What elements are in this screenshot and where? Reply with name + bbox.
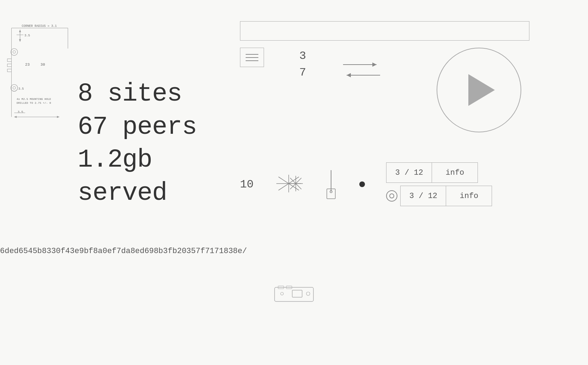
search-bar[interactable]: [240, 21, 529, 41]
number-3: 3: [299, 49, 306, 62]
svg-point-20: [13, 86, 16, 89]
number-10: 10: [240, 178, 253, 191]
svg-point-18: [13, 50, 16, 53]
svg-text:4x M2.5 MOUNTING HOLE: 4x M2.5 MOUNTING HOLE: [17, 98, 51, 101]
device-icon: [273, 284, 315, 307]
status-dot: [359, 181, 365, 187]
svg-point-19: [11, 84, 18, 91]
bottom-controls: 10 3 / 12 info: [240, 162, 492, 206]
svg-point-46: [306, 292, 310, 295]
menu-line-2: [246, 57, 258, 58]
fraction-display-2: 3 / 12: [400, 186, 446, 206]
svg-marker-26: [57, 116, 59, 118]
svg-marker-25: [14, 116, 17, 118]
svg-text:30: 30: [41, 62, 45, 67]
fraction-display-1: 3 / 12: [386, 162, 432, 183]
sites-stat: 8 sites: [78, 78, 254, 111]
arrows-svg: [341, 58, 384, 83]
svg-marker-30: [347, 73, 351, 77]
menu-button[interactable]: [240, 48, 264, 67]
svg-text:3.5: 3.5: [24, 34, 30, 37]
served-stat: 1.2gb served: [78, 144, 254, 210]
info-button-1[interactable]: info: [432, 162, 478, 183]
svg-marker-28: [372, 62, 377, 67]
info-row-2: 3 / 12 info: [386, 186, 492, 206]
svg-point-17: [11, 49, 18, 55]
play-button[interactable]: [437, 48, 521, 132]
menu-line-1: [246, 54, 258, 55]
info-rows: 3 / 12 info 3 / 12 info: [386, 162, 492, 206]
arrows-area: [341, 58, 384, 83]
svg-marker-9: [19, 39, 21, 42]
svg-rect-22: [7, 64, 12, 67]
svg-text:DRILLED TO 2.75 +/- 0: DRILLED TO 2.75 +/- 0: [17, 102, 51, 104]
numbers-column: 3 7: [299, 49, 306, 79]
svg-marker-8: [19, 30, 21, 32]
svg-text:3.5: 3.5: [18, 110, 23, 114]
svg-rect-23: [7, 69, 12, 72]
svg-text:23: 23: [25, 62, 30, 67]
radio-button[interactable]: [386, 190, 397, 202]
controls-row: 3 7: [240, 48, 579, 132]
radio-inner: [389, 193, 394, 198]
info-button-2[interactable]: info: [446, 186, 492, 206]
right-panel: 3 7: [240, 21, 579, 132]
svg-point-47: [281, 292, 283, 295]
play-icon: [468, 74, 495, 106]
info-row-1: 3 / 12 info: [386, 162, 492, 183]
hash-string: 6ded6545b8330f43e9bf8a0ef7da8ed698b3fb20…: [0, 247, 247, 256]
svg-rect-21: [7, 59, 12, 62]
svg-rect-45: [292, 290, 302, 297]
svg-rect-42: [275, 287, 313, 301]
sparkle-icon: [275, 173, 303, 196]
peers-stat: 67 peers: [78, 111, 254, 144]
key-tag-icon: [324, 168, 338, 200]
stats-area: 8 sites 67 peers 1.2gb served: [78, 78, 254, 210]
technical-drawing: CORNER RADIUS = 3.1 3.5 23 30 3.5 4x M2.…: [0, 21, 78, 131]
svg-text:CORNER RADIUS = 3.1: CORNER RADIUS = 3.1: [22, 24, 57, 28]
svg-text:3.5: 3.5: [18, 87, 24, 91]
menu-line-3: [246, 60, 258, 61]
number-7: 7: [299, 66, 306, 79]
